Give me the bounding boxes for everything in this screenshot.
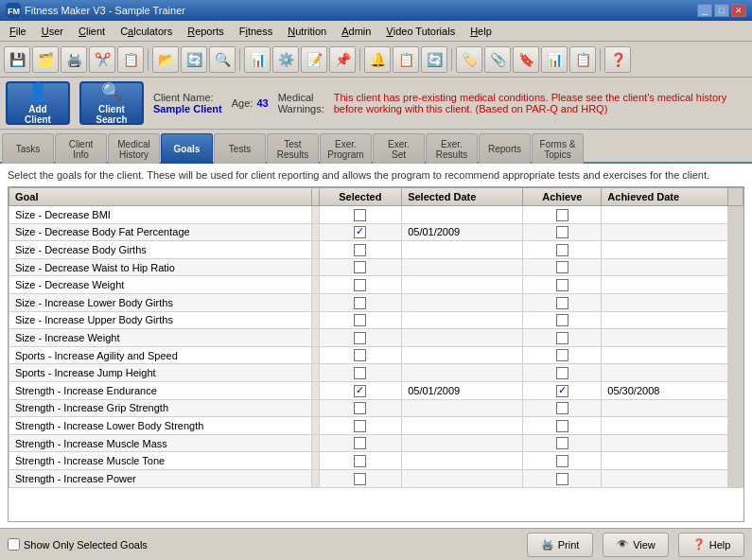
achieve-checkbox[interactable]	[556, 349, 568, 361]
selected-checkbox[interactable]	[354, 402, 366, 414]
goal-cell: Strength - Increase Lower Body Strength	[9, 417, 312, 435]
tab-exer-results[interactable]: Exer. Results	[426, 133, 478, 164]
client-search-button[interactable]: 🔍 Client Search	[79, 81, 144, 125]
show-only-selected-checkbox[interactable]	[8, 538, 20, 551]
help-button[interactable]: ❓ Help	[678, 533, 744, 557]
show-only-selected-label: Show Only Selected Goals	[24, 539, 148, 551]
tab-medical-history[interactable]: Medical History	[108, 133, 160, 164]
menu-reports[interactable]: Reports	[180, 21, 232, 41]
tab-exer-program[interactable]: Exer. Program	[320, 133, 372, 164]
tab-exer-set[interactable]: Exer. Set	[373, 133, 425, 164]
achieve-checkbox[interactable]	[556, 226, 568, 238]
selected-checkbox[interactable]	[354, 261, 366, 273]
achieve-checkbox[interactable]	[556, 473, 568, 485]
selected-checkbox[interactable]	[354, 226, 366, 238]
tab-goals[interactable]: Goals	[161, 133, 213, 164]
selected-cell	[319, 469, 402, 487]
scroll-spacer	[728, 329, 743, 347]
menu-fitness[interactable]: Fitness	[232, 21, 280, 41]
tab-forms-topics[interactable]: Forms & Topics	[532, 133, 584, 164]
achieve-checkbox[interactable]	[556, 367, 568, 379]
achieve-checkbox[interactable]	[556, 261, 568, 273]
toolbar-btn-16[interactable]: 🏷️	[456, 46, 482, 73]
achieve-checkbox[interactable]	[556, 279, 568, 291]
print-button[interactable]: 🖨️ Print	[527, 533, 593, 557]
tab-reports[interactable]: Reports	[479, 133, 531, 164]
achieve-cell	[523, 258, 602, 276]
toolbar-btn-5[interactable]: 📋	[117, 46, 144, 73]
menu-client[interactable]: Client	[71, 21, 113, 41]
client-name-value: Sample Client	[153, 103, 222, 114]
maximize-button[interactable]: □	[714, 4, 729, 17]
toolbar-btn-17[interactable]: 📎	[484, 46, 511, 73]
tab-test-results[interactable]: Test Results	[267, 133, 319, 164]
toolbar-btn-14[interactable]: 📋	[393, 46, 419, 73]
toolbar-btn-12[interactable]: 📌	[329, 46, 356, 73]
selected-cell	[319, 293, 402, 311]
selected-checkbox[interactable]	[354, 279, 366, 291]
view-button[interactable]: 👁️ View	[603, 533, 669, 557]
achieve-checkbox[interactable]	[556, 332, 568, 344]
toolbar-btn-2[interactable]: 🗂️	[32, 46, 59, 73]
achieved-date-cell	[602, 417, 728, 435]
achieve-checkbox[interactable]	[556, 420, 568, 432]
selected-checkbox[interactable]	[354, 437, 366, 449]
selected-checkbox[interactable]	[354, 367, 366, 379]
selected-checkbox[interactable]	[354, 349, 366, 361]
toolbar-btn-13[interactable]: 🔔	[364, 46, 391, 73]
selected-checkbox[interactable]	[354, 420, 366, 432]
selected-checkbox[interactable]	[354, 244, 366, 256]
achieve-checkbox[interactable]	[556, 314, 568, 326]
title-bar: FM Fitness Maker V3 - Sample Trainer _ □…	[0, 0, 752, 21]
toolbar-btn-11[interactable]: 📝	[301, 46, 327, 73]
achieve-checkbox[interactable]	[556, 455, 568, 467]
scroll-spacer	[728, 276, 743, 294]
achieve-cell	[523, 206, 602, 224]
selected-checkbox[interactable]	[354, 332, 366, 344]
toolbar-btn-15[interactable]: 🔄	[421, 46, 447, 73]
menu-video-tutorials[interactable]: Video Tutorials	[378, 21, 463, 41]
achieve-checkbox[interactable]	[556, 244, 568, 256]
achieve-checkbox[interactable]	[556, 437, 568, 449]
achieve-checkbox[interactable]	[556, 402, 568, 414]
toolbar-btn-10[interactable]: ⚙️	[272, 46, 299, 73]
tab-tasks[interactable]: Tasks	[2, 133, 54, 164]
toolbar-btn-6[interactable]: 📂	[152, 46, 179, 73]
selected-checkbox[interactable]	[354, 314, 366, 326]
menu-help[interactable]: Help	[463, 21, 499, 41]
menu-calculators[interactable]: Calculators	[113, 21, 180, 41]
goal-cell: Size - Decrease Body Fat Percentage	[9, 223, 312, 241]
selected-checkbox[interactable]	[354, 209, 366, 221]
goal-cell: Sports - Increase Agility and Speed	[9, 346, 312, 364]
selected-checkbox[interactable]	[354, 473, 366, 485]
toolbar-btn-9[interactable]: 📊	[244, 46, 271, 73]
toolbar-btn-1[interactable]: 💾	[4, 46, 30, 73]
toolbar-btn-18[interactable]: 🔖	[513, 46, 539, 73]
achieve-checkbox[interactable]	[556, 209, 568, 221]
tab-tests[interactable]: Tests	[214, 133, 266, 164]
toolbar-btn-7[interactable]: 🔄	[181, 46, 207, 73]
warning-text: This client has pre-existing medical con…	[334, 92, 726, 114]
menu-admin[interactable]: Admin	[334, 21, 378, 41]
tab-client-info[interactable]: Client Info	[55, 133, 107, 164]
minimize-button[interactable]: _	[697, 4, 712, 17]
achieve-checkbox[interactable]	[556, 297, 568, 309]
resize-grip	[311, 346, 319, 364]
close-button[interactable]: ✕	[731, 4, 746, 17]
toolbar-btn-4[interactable]: ✂️	[89, 46, 115, 73]
warnings-label: Medical Warnings:	[278, 92, 324, 114]
toolbar-btn-19[interactable]: 📊	[541, 46, 568, 73]
selected-checkbox[interactable]	[354, 297, 366, 309]
toolbar-btn-8[interactable]: 🔍	[209, 46, 236, 73]
add-client-button[interactable]: 👤 Add Client	[6, 81, 70, 125]
selected-checkbox[interactable]	[354, 455, 366, 467]
menu-user[interactable]: User	[34, 21, 71, 41]
add-client-icon: 👤	[27, 81, 48, 102]
toolbar-btn-3[interactable]: 🖨️	[61, 46, 87, 73]
selected-checkbox[interactable]	[354, 385, 366, 397]
achieve-checkbox[interactable]	[556, 385, 568, 397]
menu-file[interactable]: File	[2, 21, 34, 41]
menu-nutrition[interactable]: Nutrition	[280, 21, 334, 41]
toolbar-btn-help[interactable]: ❓	[604, 46, 631, 73]
toolbar-btn-20[interactable]: 📋	[569, 46, 596, 73]
